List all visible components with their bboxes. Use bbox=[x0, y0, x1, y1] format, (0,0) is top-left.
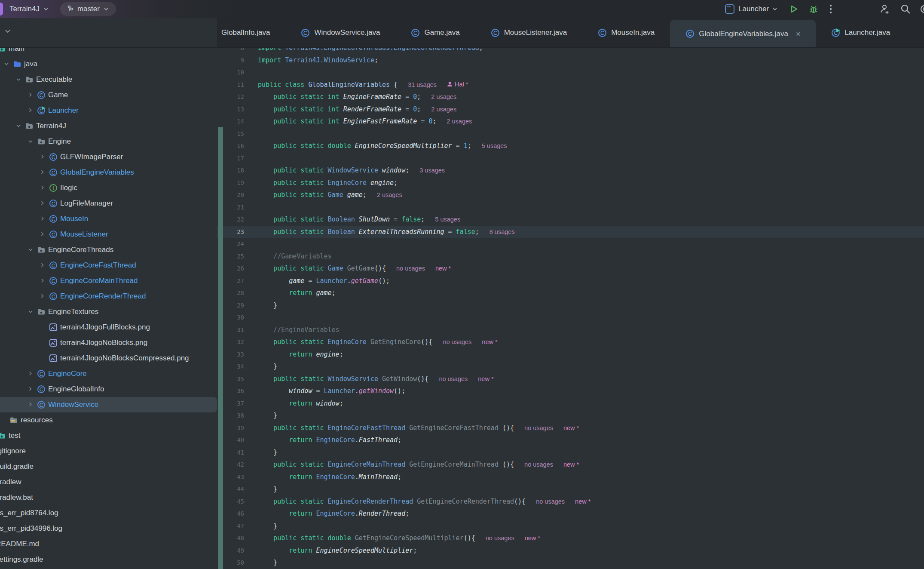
tree-item-mouselistener[interactable]: CMouseListener bbox=[0, 227, 217, 242]
chevron-down-icon[interactable] bbox=[14, 123, 23, 129]
code-line-13[interactable]: 13 public static int RenderFrameRate = 0… bbox=[217, 103, 924, 116]
tree-item-game[interactable]: CGame bbox=[0, 87, 217, 103]
tree-item-executable[interactable]: Executable bbox=[0, 72, 217, 87]
git-branch-button[interactable]: master bbox=[60, 2, 116, 16]
tree-item-resources[interactable]: resources bbox=[0, 412, 217, 428]
editor-tab-Launcher-java[interactable]: CLauncher.java bbox=[816, 18, 906, 47]
code-line-44[interactable]: 44 } bbox=[217, 483, 924, 495]
tree-item-enginecorefastthread[interactable]: CEngineCoreFastThread bbox=[0, 258, 217, 273]
chevron-right-icon[interactable] bbox=[38, 231, 47, 238]
code-line-31[interactable]: 31 //EngineVariables bbox=[217, 324, 924, 336]
code-line-19[interactable]: 19 public static EngineCore engine; bbox=[217, 177, 924, 189]
tree-item-logfilemanager[interactable]: CLogFileManager bbox=[0, 196, 217, 211]
code-line-14[interactable]: 14 public static int EngineFastFrameRate… bbox=[217, 115, 924, 128]
chevron-right-icon[interactable] bbox=[38, 277, 47, 284]
chevron-right-icon[interactable] bbox=[38, 262, 47, 269]
tree-item-java[interactable]: java bbox=[0, 56, 217, 72]
code-with-me-add-user-icon[interactable] bbox=[879, 3, 890, 15]
run-button[interactable] bbox=[789, 4, 799, 14]
tree-root-collapse-chevron[interactable] bbox=[4, 28, 11, 34]
code-line-26[interactable]: 26 public static Game GetGame(){no usage… bbox=[217, 262, 924, 275]
tree-item-gradlew[interactable]: gradlew bbox=[0, 474, 217, 490]
debug-button[interactable] bbox=[809, 4, 818, 14]
chevron-right-icon[interactable] bbox=[38, 200, 47, 207]
code-line-35[interactable]: 35 public static WindowService GetWindow… bbox=[217, 373, 924, 385]
code-line-42[interactable]: 42 public static EngineCoreMainThread Ge… bbox=[217, 458, 924, 471]
tree-item-enginecoremainthread[interactable]: CEngineCoreMainThread bbox=[0, 273, 217, 289]
tree-item-enginecorerenderthread[interactable]: CEngineCoreRenderThread bbox=[0, 289, 217, 304]
editor-tab-MouseListener-java[interactable]: CMouseListener.java bbox=[475, 18, 582, 47]
tree-item-terrain4jlogonoblockscompressed-png[interactable]: terrain4JlogoNoBlocksCompressed.png bbox=[0, 351, 217, 366]
code-line-29[interactable]: 29 } bbox=[217, 299, 924, 312]
code-line-15[interactable]: 15 bbox=[217, 128, 924, 140]
tree-item-hs-err-pid8764-log[interactable]: hs_err_pid8764.log bbox=[0, 505, 217, 521]
code-line-25[interactable]: 25 //GameVariables bbox=[217, 250, 924, 263]
tree-item-engine[interactable]: Engine bbox=[0, 134, 217, 149]
tree-item-terrain4j[interactable]: Terrain4J bbox=[0, 118, 217, 134]
code-line-17[interactable]: 17 bbox=[217, 152, 924, 165]
tree-item-test[interactable]: test bbox=[0, 428, 217, 443]
code-line-21[interactable]: 21 bbox=[217, 201, 924, 214]
code-line-23[interactable]: 23 public static Boolean ExternalThreads… bbox=[217, 226, 924, 238]
project-widget-button[interactable]: Terrain4J bbox=[9, 5, 49, 13]
chevron-right-icon[interactable] bbox=[26, 370, 35, 377]
code-line-33[interactable]: 33 return engine; bbox=[217, 348, 924, 361]
search-icon[interactable] bbox=[900, 3, 911, 15]
code-line-20[interactable]: 20 public static Game game;2 usages bbox=[217, 189, 924, 201]
chevron-down-icon[interactable] bbox=[2, 61, 11, 68]
settings-gear-icon[interactable] bbox=[919, 3, 924, 15]
tree-item-enginecore[interactable]: CEngineCore bbox=[0, 366, 217, 381]
code-line-28[interactable]: 28 return game; bbox=[217, 287, 924, 299]
code-line-24[interactable]: 24 bbox=[217, 238, 924, 250]
chevron-right-icon[interactable] bbox=[38, 154, 47, 160]
code-line-50[interactable]: 50 } bbox=[217, 557, 924, 569]
run-config-name[interactable]: Launcher bbox=[738, 5, 769, 13]
close-icon[interactable]: × bbox=[796, 30, 801, 38]
code-line-49[interactable]: 49 return EngineCoreSpeedMultiplier; bbox=[217, 544, 924, 557]
code-line-37[interactable]: 37 return window; bbox=[217, 397, 924, 410]
tree-item-launcher[interactable]: CLauncher bbox=[0, 103, 217, 118]
tree-item-mousein[interactable]: CMouseIn bbox=[0, 211, 217, 227]
code-line-27[interactable]: 27 game = Launcher.getGame(); bbox=[217, 275, 924, 287]
chevron-right-icon[interactable] bbox=[26, 92, 35, 98]
code-line-12[interactable]: 12 public static int EngineFrameRate = 0… bbox=[217, 91, 924, 103]
code-area[interactable]: 8import Terrain4J.EngineCoreThreads.Engi… bbox=[217, 42, 924, 569]
tree-item-windowservice[interactable]: CWindowService bbox=[0, 397, 217, 412]
editor-pane[interactable]: 8import Terrain4J.EngineCoreThreads.Engi… bbox=[217, 18, 924, 569]
code-line-43[interactable]: 43 return EngineCore.MainThread; bbox=[217, 471, 924, 483]
tree-item-glfwimageparser[interactable]: CGLFWImageParser bbox=[0, 149, 217, 165]
code-line-45[interactable]: 45 public static EngineCoreRenderThread … bbox=[217, 495, 924, 508]
chevron-right-icon[interactable] bbox=[38, 185, 47, 191]
tree-item-engineglobalinfo[interactable]: CEngineGlobalInfo bbox=[0, 381, 217, 397]
code-line-16[interactable]: 16 public static double EngineCoreSpeedM… bbox=[217, 140, 924, 152]
code-line-47[interactable]: 47 } bbox=[217, 520, 924, 532]
editor-tab-WindowService-java[interactable]: CWindowService.java bbox=[285, 18, 395, 47]
tree-item-settings-gradle[interactable]: settings.gradle bbox=[0, 552, 217, 567]
editor-tab-GlobalInfo-java[interactable]: GlobalInfo.java bbox=[217, 18, 285, 47]
tree-item-terrain4jlogonoblocks-png[interactable]: terrain4JlogoNoBlocks.png bbox=[0, 335, 217, 351]
code-line-22[interactable]: 22 public static Boolean ShutDown = fals… bbox=[217, 213, 924, 226]
chevron-down-icon[interactable] bbox=[26, 246, 35, 253]
chevron-down-icon[interactable] bbox=[26, 138, 35, 145]
more-kebab-icon[interactable] bbox=[829, 4, 832, 14]
code-line-48[interactable]: 48 public static double GetEngineCoreSpe… bbox=[217, 532, 924, 544]
code-line-10[interactable]: 10 bbox=[217, 66, 924, 79]
code-line-9[interactable]: 9import Terrain4J.WindowService; bbox=[217, 54, 924, 67]
tree-item-enginecorethreads[interactable]: EngineCoreThreads bbox=[0, 242, 217, 258]
tree-item-hs-err-pid34996-log[interactable]: hs_err_pid34996.log bbox=[0, 521, 217, 536]
tree-item-enginetextures[interactable]: EngineTextures bbox=[0, 304, 217, 320]
code-line-46[interactable]: 46 return EngineCore.RenderThread; bbox=[217, 507, 924, 520]
code-line-11[interactable]: 11public class GlobalEngineVariables {31… bbox=[217, 79, 924, 91]
code-line-32[interactable]: 32 public static EngineCore GetEngineCor… bbox=[217, 336, 924, 348]
tree-item-ilogic[interactable]: IIlogic bbox=[0, 180, 217, 196]
run-config-icon[interactable] bbox=[725, 4, 734, 14]
code-line-39[interactable]: 39 public static EngineCoreFastThread Ge… bbox=[217, 422, 924, 434]
chevron-right-icon[interactable] bbox=[26, 401, 35, 408]
chevron-down-icon[interactable] bbox=[14, 76, 23, 83]
tree-item-build-gradle[interactable]: build.gradle bbox=[0, 459, 217, 474]
chevron-down-icon[interactable] bbox=[26, 308, 35, 315]
code-line-41[interactable]: 41 } bbox=[217, 446, 924, 459]
chevron-right-icon[interactable] bbox=[26, 386, 35, 393]
tree-item--gitignore[interactable]: .gitignore bbox=[0, 443, 217, 459]
editor-tab-GlobalEngineVariables-java[interactable]: CGlobalEngineVariables.java× bbox=[670, 20, 816, 47]
